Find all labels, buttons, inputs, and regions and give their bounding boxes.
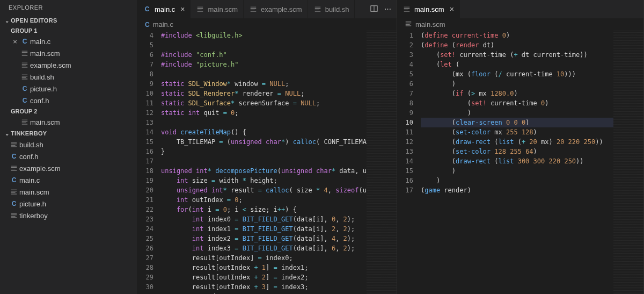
explorer-sidebar: EXPLORER ⌄ OPEN EDITORS GROUP 1×Cmain.cm… — [0, 0, 137, 294]
file-name: main.c — [30, 38, 50, 46]
workspace-file[interactable]: example.scm — [0, 162, 137, 174]
file-name: tinkerboy — [19, 212, 48, 220]
chevron-down-icon: ⌄ — [3, 18, 11, 24]
file-lines-icon — [405, 20, 412, 29]
file-lines-icon — [9, 164, 19, 172]
file-name: main.c — [19, 176, 40, 184]
file-name: conf.h — [30, 97, 49, 105]
workspace-file[interactable]: Cconf.h — [0, 150, 137, 162]
file-name: picture.h — [19, 200, 46, 208]
editor-area: Cmain.c×main.scmexample.scmbuild.sh⋯ C m… — [137, 0, 644, 294]
file-name: main.scm — [30, 118, 60, 126]
open-editor-item[interactable]: build.sh — [0, 71, 137, 83]
breadcrumb[interactable]: C main.c — [137, 19, 397, 31]
workspace-file[interactable]: tinkerboy — [0, 210, 137, 221]
file-c-icon: C — [9, 153, 19, 160]
tab-label: build.sh — [325, 5, 349, 13]
workspace-file[interactable]: Cmain.c — [0, 174, 137, 186]
open-editor-item[interactable]: main.scm — [0, 116, 137, 128]
editor-tab[interactable]: main.scm — [191, 0, 244, 19]
file-name: main.scm — [19, 188, 49, 196]
file-name: build.sh — [19, 141, 43, 149]
chevron-down-icon: ⌄ — [3, 131, 11, 137]
file-name: example.scm — [30, 61, 71, 69]
file-name: main.scm — [30, 49, 60, 58]
editor-group-2: main.scm× main.scm 123456789101112131415… — [397, 0, 644, 294]
tab-actions: ⋯ — [365, 5, 397, 14]
close-icon[interactable]: × — [448, 5, 454, 13]
file-name: picture.h — [30, 85, 57, 93]
file-lines-icon — [19, 118, 30, 126]
file-lines-icon — [19, 73, 30, 81]
workspace-file[interactable]: build.sh — [0, 139, 137, 150]
code-editor[interactable]: 4567891011121314151617181920212223242526… — [137, 31, 397, 294]
line-gutter: 1234567891011121314151617 — [397, 31, 421, 294]
line-gutter: 4567891011121314151617181920212223242526… — [137, 31, 161, 294]
editor-group-label: GROUP 1 — [0, 26, 137, 35]
file-c-icon: C — [19, 97, 30, 104]
file-c-icon: C — [145, 21, 150, 28]
breadcrumb[interactable]: main.scm — [397, 19, 643, 31]
open-editor-item[interactable]: Cpicture.h — [0, 83, 137, 95]
file-name: build.sh — [30, 73, 54, 81]
open-editor-item[interactable]: main.scm — [0, 47, 137, 59]
file-lines-icon — [196, 5, 204, 13]
file-lines-icon — [313, 5, 322, 13]
file-c-icon: C — [19, 38, 30, 45]
minimap[interactable] — [613, 31, 643, 294]
tab-label: example.scm — [261, 5, 302, 13]
file-lines-icon — [19, 49, 30, 57]
file-name: conf.h — [19, 153, 38, 161]
file-c-icon: C — [9, 200, 19, 207]
code-content[interactable]: (define current-time 0)(define (render d… — [421, 31, 613, 294]
minimap[interactable] — [367, 31, 397, 294]
file-lines-icon — [9, 188, 19, 196]
editor-tab[interactable]: build.sh — [308, 0, 355, 19]
tab-bar: main.scm× — [397, 0, 643, 19]
editor-group-label: GROUP 2 — [0, 106, 137, 116]
breadcrumb-text: main.scm — [415, 20, 445, 28]
code-editor[interactable]: 1234567891011121314151617 (define curren… — [397, 31, 643, 294]
close-icon[interactable]: × — [11, 38, 19, 46]
explorer-title: EXPLORER — [0, 0, 137, 15]
open-editors-label: OPEN EDITORS — [11, 17, 57, 24]
workspace-header[interactable]: ⌄ TINKERBOY — [0, 128, 137, 139]
split-editor-icon[interactable] — [370, 5, 378, 14]
file-lines-icon — [249, 5, 258, 13]
more-icon[interactable]: ⋯ — [384, 5, 391, 14]
workspace-file[interactable]: main.scm — [0, 186, 137, 198]
file-lines-icon — [9, 212, 19, 219]
file-lines-icon — [19, 61, 30, 69]
editor-tab[interactable]: Cmain.c× — [137, 0, 191, 19]
tab-bar: Cmain.c×main.scmexample.scmbuild.sh⋯ — [137, 0, 397, 19]
open-editor-item[interactable]: Cconf.h — [0, 95, 137, 106]
file-lines-icon — [402, 5, 411, 13]
breadcrumb-text: main.c — [153, 20, 173, 28]
workspace-label: TINKERBOY — [11, 130, 47, 137]
file-c-icon: C — [9, 176, 19, 184]
file-name: example.scm — [19, 164, 61, 173]
code-content[interactable]: #include <libguile.h>#include "conf.h"#i… — [161, 31, 367, 294]
open-editor-item[interactable]: example.scm — [0, 59, 137, 71]
file-c-icon: C — [19, 85, 30, 92]
editor-tab[interactable]: main.scm× — [397, 0, 460, 19]
file-lines-icon — [9, 141, 19, 148]
tab-label: main.c — [155, 5, 175, 13]
editor-group-1: Cmain.c×main.scmexample.scmbuild.sh⋯ C m… — [137, 0, 397, 294]
tab-label: main.scm — [208, 5, 238, 13]
open-editors-header[interactable]: ⌄ OPEN EDITORS — [0, 15, 137, 26]
editor-tab[interactable]: example.scm — [244, 0, 308, 19]
file-c-icon: C — [143, 5, 151, 13]
tab-label: main.scm — [414, 5, 444, 13]
workspace-file[interactable]: Cpicture.h — [0, 198, 137, 210]
close-icon[interactable]: × — [178, 5, 185, 13]
open-editor-item[interactable]: ×Cmain.c — [0, 35, 137, 47]
